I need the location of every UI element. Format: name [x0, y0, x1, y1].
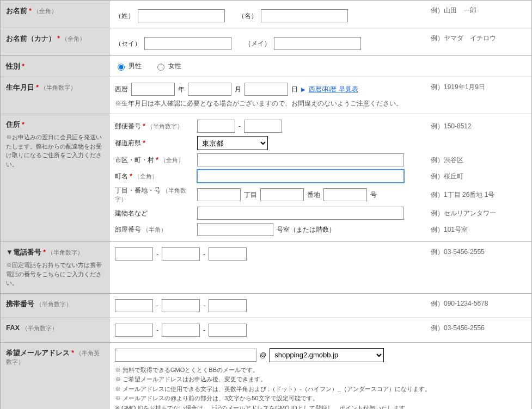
tel-label-cell: ▼電話番号 * （半角数字） ※固定電話をお持ちでない方は携帯電話の番号をこちら… — [1, 242, 109, 294]
gender-male-label: 男性 — [129, 61, 142, 71]
room-suffix: 号室（または階数） — [277, 225, 335, 234]
tel-content: 例）03-5456-2555 - - — [109, 242, 532, 294]
email-note: ※ 無料で取得できるGMOとくとくBBのメールです。 — [115, 365, 526, 375]
pref-select[interactable]: 東京都 — [197, 136, 268, 150]
name-example: 例）山田 一郎 — [431, 6, 526, 15]
city-example: 例）渋谷区 — [431, 156, 526, 165]
chome-sublabel: 丁目・番地・号 （半角数字） — [115, 186, 194, 203]
tel-label: ▼電話番号 — [6, 248, 41, 256]
tel2-input[interactable] — [162, 247, 200, 261]
mobile2-input[interactable] — [162, 299, 200, 312]
gender-label-cell: 性別 * — [1, 56, 109, 77]
address-label-cell: 住所 * ※お申込みの翌日に会員証を発送いたします。弊社からの配達物をお受け取り… — [1, 114, 109, 242]
birth-note: ※生年月日は本人確認に必要となる場合がございますので、お間違えのないようご注意く… — [115, 99, 526, 108]
room-sublabel: 部屋番号 （半角） — [115, 225, 194, 234]
pref-sublabel: 都道府県 * — [115, 139, 194, 148]
email-note: ※ ご希望メールアドレスはお申込み後、変更できます。 — [115, 375, 526, 385]
chome-input[interactable] — [197, 188, 241, 201]
email-domain-select[interactable]: shopping2.gmobb.jp — [270, 348, 384, 362]
fax2-input[interactable] — [162, 324, 200, 337]
birth-hint: （半角数字） — [40, 84, 76, 91]
birth-label: 生年月日 — [6, 83, 34, 91]
day-label: 日 — [291, 85, 298, 94]
seireki-label: 西暦 — [115, 85, 128, 94]
email-label: 希望メールアドレス — [6, 349, 70, 357]
tel-sub: ※固定電話をお持ちでない方は携帯電話の番号をこちらにご入力ください。 — [6, 261, 103, 288]
fax1-input[interactable] — [115, 324, 153, 337]
city-sublabel: 市区・町・村 * （全角） — [115, 156, 194, 165]
required-mark: * — [29, 7, 32, 15]
mobile3-input[interactable] — [209, 299, 247, 312]
birth-day-input[interactable] — [244, 83, 288, 96]
building-sublabel: 建物名など — [115, 209, 194, 218]
required-mark: * — [36, 84, 39, 91]
town-sublabel: 町名 * （全角） — [115, 172, 194, 181]
mobile-content: 例）090-1234-5678 - - — [109, 293, 532, 318]
town-example: 例）桜丘町 — [431, 172, 526, 181]
name-label-cell: お名前 * （全角） — [1, 1, 109, 28]
gender-content: 男性 女性 — [109, 56, 532, 77]
address-sub: ※お申込みの翌日に会員証を発送いたします。弊社からの配達物をお受け取りになるご住… — [6, 133, 103, 169]
email-note: ※ メールアドレスに使用できる文字は、英数半角および .（ドット）-（ハイフン）… — [115, 385, 526, 394]
email-content: @ shopping2.gmobb.jp ※ 無料で取得できるGMOとくとくBB… — [109, 342, 532, 409]
city-input[interactable] — [197, 153, 404, 166]
name-label: お名前 — [6, 7, 27, 15]
gender-female-radio[interactable] — [157, 64, 164, 71]
email-note: ※ メールアドレスの@より前の部分は、3文字から50文字で設定可能です。 — [115, 394, 526, 404]
kana-hint: （全角） — [62, 35, 85, 42]
mobile1-input[interactable] — [115, 299, 153, 312]
fax3-input[interactable] — [209, 324, 247, 337]
gender-male-radio[interactable] — [118, 64, 125, 71]
gender-female-wrap[interactable]: 女性 — [155, 61, 181, 71]
kana-sei-input[interactable] — [144, 37, 231, 50]
postal1-input[interactable] — [197, 120, 235, 133]
sei-input[interactable] — [138, 9, 225, 22]
email-note: ※ GMO IDをお持ちでない場合は、上記のメールアドレスをGMO IDとして登… — [115, 404, 526, 409]
gou-unit: 号 — [370, 190, 377, 200]
kana-label-cell: お名前（カナ） * （全角） — [1, 28, 109, 56]
arrow-icon: ▶ — [301, 86, 305, 92]
room-input[interactable] — [197, 223, 273, 236]
kana-example: 例）ヤマダ イチロウ — [431, 34, 526, 43]
address-content: 郵便番号 * （半角数字） - 例）150-8512 都道府県 * 東京都 市区… — [109, 114, 532, 242]
mobile-example: 例）090-1234-5678 — [431, 299, 526, 308]
town-input[interactable] — [197, 170, 404, 183]
tel1-input[interactable] — [115, 247, 153, 261]
tel-sep: - — [203, 250, 205, 258]
mobile-label-cell: 携帯番号 （半角数字） — [1, 293, 109, 318]
kana-mei-input[interactable] — [274, 37, 361, 50]
gender-female-label: 女性 — [168, 61, 181, 71]
fax-hint: （半角数字） — [22, 325, 58, 331]
tel3-input[interactable] — [209, 247, 247, 261]
birth-label-cell: 生年月日 * （半角数字） — [1, 77, 109, 114]
mei-input[interactable] — [261, 9, 348, 22]
mobile-sep: - — [203, 302, 205, 309]
kana-content: 例）ヤマダ イチロウ （セイ） （メイ） — [109, 28, 532, 56]
birth-content: 例）1919年1月9日 西暦 年 月 日 ▶ 西暦/和暦 早見表 ※生年月日は本… — [109, 77, 532, 114]
required-mark: * — [22, 121, 25, 128]
postal-example: 例）150-8512 — [431, 122, 526, 131]
mei-label: （名） — [238, 11, 258, 21]
kana-label: お名前（カナ） — [6, 34, 56, 42]
postal2-input[interactable] — [244, 120, 282, 133]
email-notes: ※ 無料で取得できるGMOとくとくBBのメールです。 ※ ご希望メールアドレスは… — [115, 365, 526, 410]
email-local-input[interactable] — [115, 349, 256, 362]
gender-label: 性別 — [6, 62, 20, 70]
fax-sep: - — [203, 326, 205, 334]
birth-example: 例）1919年1月9日 — [431, 83, 526, 92]
gou-input[interactable] — [323, 188, 367, 201]
email-at: @ — [260, 351, 266, 359]
month-label: 月 — [235, 85, 241, 94]
building-example: 例）セルリアンタワー — [431, 209, 526, 218]
calendar-link[interactable]: 西暦/和暦 早見表 — [309, 85, 358, 94]
tel-example: 例）03-5456-2555 — [431, 247, 526, 257]
birth-month-input[interactable] — [188, 83, 231, 96]
gender-male-wrap[interactable]: 男性 — [115, 61, 142, 71]
banchi-input[interactable] — [260, 188, 304, 201]
tel-sep: - — [156, 250, 158, 258]
required-mark: * — [43, 249, 46, 256]
chome-unit: 丁目 — [244, 190, 257, 200]
kana-sei-label: （セイ） — [115, 39, 141, 48]
birth-year-input[interactable] — [131, 83, 175, 96]
building-input[interactable] — [197, 207, 404, 220]
